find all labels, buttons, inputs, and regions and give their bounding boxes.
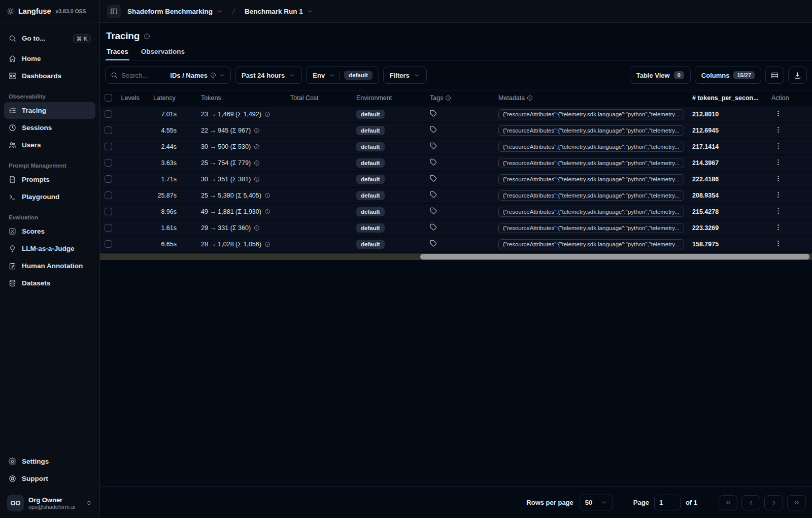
column-header-tags[interactable]: Tags: [426, 90, 494, 106]
row-checkbox[interactable]: [105, 240, 112, 248]
sidebar-item-home[interactable]: Home: [4, 50, 95, 67]
export-download-button[interactable]: [788, 67, 807, 84]
previous-page-button[interactable]: [741, 495, 760, 510]
column-header-action[interactable]: Action: [767, 90, 812, 106]
tag-icon[interactable]: [430, 126, 437, 133]
tag-icon[interactable]: [430, 207, 437, 214]
trace-row[interactable]: 8.96s49 → 1,881 (Σ 1,930)default{"resour…: [100, 204, 812, 220]
column-header-tokens[interactable]: Tokens: [197, 90, 286, 106]
info-icon[interactable]: [527, 95, 533, 101]
row-actions-button[interactable]: [774, 207, 782, 215]
info-icon[interactable]: [254, 225, 260, 231]
columns-button[interactable]: Columns 15/27: [695, 67, 761, 84]
sidebar-item-users[interactable]: Users: [4, 137, 95, 153]
trace-row[interactable]: 7.01s23 → 1,469 (Σ 1,492)default{"resour…: [100, 106, 812, 122]
select-all-checkbox[interactable]: [105, 94, 112, 102]
row-checkbox[interactable]: [105, 208, 112, 215]
search-input[interactable]: [121, 72, 164, 79]
table-view-button[interactable]: Table View 0: [630, 67, 691, 84]
sidebar-item-settings[interactable]: Settings: [4, 453, 95, 470]
sidebar-item-scores[interactable]: Scores: [4, 223, 95, 240]
sidebar: Langfuse v3.83.0 OSS Go to... ⌘ K HomeDa…: [0, 0, 100, 518]
sidebar-toggle-button[interactable]: [107, 5, 121, 18]
column-header-env[interactable]: Environment: [352, 90, 426, 106]
tag-icon[interactable]: [430, 191, 437, 198]
info-icon[interactable]: [254, 160, 260, 166]
tag-icon[interactable]: [430, 240, 437, 247]
column-header-levels[interactable]: Levels: [117, 90, 149, 106]
sidebar-item-tracing[interactable]: Tracing: [4, 102, 95, 119]
info-icon[interactable]: [254, 176, 260, 182]
column-header-tps[interactable]: # tokens_per_secon...: [688, 90, 767, 106]
horizontal-scrollbar-track[interactable]: [100, 253, 812, 260]
sidebar-item-human-annotation[interactable]: Human Annotation: [4, 257, 95, 274]
sidebar-item-datasets[interactable]: Datasets: [4, 275, 95, 292]
row-actions-button[interactable]: [774, 142, 782, 150]
column-header-cost[interactable]: Total Cost: [286, 90, 352, 106]
tag-icon[interactable]: [430, 142, 437, 149]
tag-icon[interactable]: [430, 110, 437, 117]
next-page-button[interactable]: [764, 495, 783, 510]
info-icon[interactable]: [254, 127, 260, 134]
trace-row[interactable]: 4.55s22 → 945 (Σ 967)default{"resourceAt…: [100, 122, 812, 139]
row-actions-button[interactable]: [774, 158, 782, 166]
sidebar-item-prompts[interactable]: Prompts: [4, 171, 95, 188]
search-type-selector[interactable]: IDs / Names: [170, 72, 225, 79]
sidebar-item-dashboards[interactable]: Dashboards: [4, 68, 95, 84]
info-icon[interactable]: [445, 95, 451, 101]
row-checkbox[interactable]: [105, 224, 112, 232]
org-selector[interactable]: Shadeform Benchmarking: [127, 8, 223, 15]
tag-icon[interactable]: [430, 158, 437, 166]
env-filter-button[interactable]: Env default: [306, 67, 379, 84]
page-number-input[interactable]: [654, 495, 681, 510]
tab-observations[interactable]: Observations: [141, 48, 185, 60]
column-header-latency[interactable]: Latency: [149, 90, 197, 106]
tab-traces[interactable]: Traces: [107, 48, 128, 60]
user-email: ops@shadeform.ai: [28, 504, 76, 510]
row-actions-button[interactable]: [774, 240, 782, 247]
row-checkbox[interactable]: [105, 110, 112, 118]
time-range-button[interactable]: Past 24 hours: [235, 67, 302, 84]
sidebar-item-llm-as-a-judge[interactable]: LLM-as-a-Judge: [4, 240, 95, 257]
trace-row[interactable]: 1.71s30 → 351 (Σ 381)default{"resourceAt…: [100, 171, 812, 187]
rows-per-page-select[interactable]: 50: [580, 495, 613, 510]
row-actions-button[interactable]: [774, 175, 782, 182]
rows-per-page-label: Rows per page: [526, 499, 573, 506]
tag-icon[interactable]: [430, 175, 437, 182]
info-icon[interactable]: [264, 209, 270, 215]
horizontal-scrollbar-thumb[interactable]: [420, 254, 809, 260]
row-actions-button[interactable]: [774, 110, 782, 117]
row-checkbox[interactable]: [105, 159, 112, 167]
last-page-button[interactable]: [787, 495, 806, 510]
trace-row[interactable]: 3.63s25 → 754 (Σ 779)default{"resourceAt…: [100, 155, 812, 171]
row-checkbox[interactable]: [105, 143, 112, 150]
cell-tokens: 22 → 945 (Σ 967): [197, 122, 286, 139]
row-checkbox[interactable]: [105, 191, 112, 199]
account-switcher[interactable]: OO Org Owner ops@shadeform.ai: [4, 492, 95, 514]
info-icon[interactable]: [254, 144, 260, 150]
row-actions-button[interactable]: [774, 126, 782, 134]
trace-row[interactable]: 2.44s30 → 500 (Σ 530)default{"resourceAt…: [100, 139, 812, 155]
sidebar-item-support[interactable]: Support: [4, 470, 95, 487]
sidebar-item-playground[interactable]: Playground: [4, 188, 95, 205]
row-actions-button[interactable]: [774, 223, 782, 231]
info-icon[interactable]: [264, 111, 270, 117]
info-icon[interactable]: [264, 192, 270, 199]
search-box[interactable]: IDs / Names: [105, 67, 231, 84]
project-selector[interactable]: Benchmark Run 1: [245, 8, 313, 15]
trace-row[interactable]: 6.65s28 → 1,028 (Σ 1,056)default{"resour…: [100, 236, 812, 252]
info-icon[interactable]: [144, 33, 150, 40]
goto-search-button[interactable]: Go to... ⌘ K: [4, 30, 95, 47]
trace-row[interactable]: 25.87s25 → 5,380 (Σ 5,405)default{"resou…: [100, 187, 812, 204]
info-icon[interactable]: [264, 241, 270, 247]
trace-row[interactable]: 1.61s29 → 331 (Σ 360)default{"resourceAt…: [100, 220, 812, 236]
row-height-button[interactable]: [765, 67, 784, 84]
row-checkbox[interactable]: [105, 175, 112, 183]
column-header-meta[interactable]: Metadata: [494, 90, 688, 106]
first-page-button[interactable]: [719, 495, 737, 510]
row-checkbox[interactable]: [105, 126, 112, 134]
filters-button[interactable]: Filters: [383, 67, 427, 84]
row-actions-button[interactable]: [774, 191, 782, 199]
sidebar-item-sessions[interactable]: Sessions: [4, 119, 95, 136]
tag-icon[interactable]: [430, 223, 437, 231]
